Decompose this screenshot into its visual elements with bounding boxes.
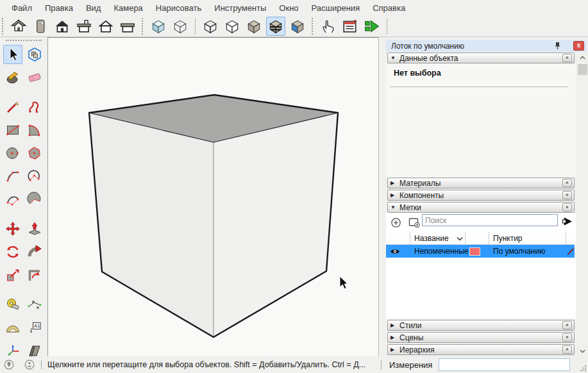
text-tool[interactable]: A1 xyxy=(25,318,44,337)
menu-tools[interactable]: Инструменты xyxy=(208,1,273,15)
back-edges-style-icon[interactable] xyxy=(171,17,190,36)
section-outliner[interactable]: ▶ Иерархия × xyxy=(387,344,575,355)
arc-tool[interactable] xyxy=(3,167,22,186)
protractor-tool[interactable] xyxy=(3,318,22,337)
expand-arrow-icon[interactable]: ▶ xyxy=(391,192,399,198)
run-export-icon[interactable] xyxy=(362,17,382,36)
freehand-tool[interactable] xyxy=(25,97,44,117)
pin-icon[interactable] xyxy=(552,41,562,51)
section-components[interactable]: ▶ Компоненты × xyxy=(387,190,575,201)
section-close-icon[interactable]: × xyxy=(562,179,572,187)
dimension-tool[interactable] xyxy=(25,295,44,314)
menu-view[interactable]: Вид xyxy=(80,1,108,15)
eraser-tool[interactable] xyxy=(25,68,44,87)
scrollbar-thumb[interactable] xyxy=(578,64,587,75)
tag-edit-pencil-icon[interactable] xyxy=(566,245,575,258)
sort-chevron-icon[interactable] xyxy=(457,236,463,241)
right-view-icon[interactable] xyxy=(74,17,94,36)
top-view-icon[interactable] xyxy=(31,17,50,36)
three-point-arc-tool[interactable] xyxy=(3,190,22,209)
menu-window[interactable]: Окно xyxy=(273,1,305,15)
hidden-line-style-icon[interactable] xyxy=(223,17,242,36)
section-close-icon[interactable]: × xyxy=(562,191,572,199)
name-column-header[interactable]: Название xyxy=(410,232,466,245)
visibility-column-header[interactable] xyxy=(386,232,410,245)
paint-bucket-tool[interactable] xyxy=(3,68,22,87)
section-scenes[interactable]: ▶ Сцены × xyxy=(387,332,575,343)
section-tags[interactable]: ▼ Метки × xyxy=(387,202,575,213)
drawing-canvas[interactable] xyxy=(48,37,379,356)
section-entity-info[interactable]: ▼ Данные объекта × xyxy=(387,53,575,63)
shaded-style-icon[interactable] xyxy=(244,17,264,36)
tag-visible-eye-icon[interactable] xyxy=(386,245,410,258)
offset-tool[interactable] xyxy=(25,265,44,285)
monochrome-style-icon[interactable] xyxy=(288,17,307,36)
select-tool[interactable] xyxy=(3,45,22,64)
rotated-rectangle-tool[interactable] xyxy=(25,120,44,140)
dashes-column-header[interactable]: Пунктир xyxy=(489,232,566,245)
back-view-icon[interactable] xyxy=(118,17,137,36)
tags-details-arrow-icon[interactable] xyxy=(561,215,573,228)
menu-extensions[interactable]: Расширения xyxy=(305,1,367,15)
add-tag-folder-icon[interactable] xyxy=(408,217,421,228)
rotate-tool[interactable] xyxy=(3,242,22,261)
credits-icon[interactable] xyxy=(24,360,35,370)
left-view-icon[interactable] xyxy=(96,17,115,36)
toolbar-grip[interactable] xyxy=(142,18,144,35)
menu-draw[interactable]: Нарисовать xyxy=(149,1,208,15)
shaded-with-textures-style-icon[interactable] xyxy=(266,17,285,36)
move-tool[interactable] xyxy=(3,219,22,238)
expand-arrow-icon[interactable]: ▶ xyxy=(391,322,399,328)
resize-grip-icon[interactable] xyxy=(580,365,587,372)
scale-tool[interactable] xyxy=(3,265,22,285)
tray-scrollbar[interactable] xyxy=(577,53,588,356)
section-close-icon[interactable]: × xyxy=(562,203,572,211)
expand-arrow-icon[interactable]: ▶ xyxy=(391,335,399,340)
section-close-icon[interactable]: × xyxy=(562,333,572,342)
tray-close-icon[interactable]: x xyxy=(573,41,584,51)
section-materials[interactable]: ▶ Материалы × xyxy=(387,178,575,188)
tape-measure-tool[interactable] xyxy=(3,295,22,314)
axes-tool[interactable] xyxy=(3,341,22,356)
tag-color-swatch[interactable] xyxy=(469,247,480,256)
section-close-icon[interactable]: × xyxy=(562,345,572,354)
xray-style-icon[interactable] xyxy=(149,17,168,36)
toolbar-grip[interactable] xyxy=(2,18,4,35)
entity-info-window-icon[interactable] xyxy=(340,17,360,36)
palette-grip[interactable] xyxy=(6,40,42,41)
push-pull-tool[interactable] xyxy=(25,219,44,238)
rectangle-tool[interactable] xyxy=(3,120,22,140)
iso-view-icon[interactable] xyxy=(9,17,28,36)
section-close-icon[interactable]: × xyxy=(562,321,572,329)
follow-me-tool[interactable] xyxy=(25,242,44,261)
line-tool[interactable] xyxy=(3,97,22,117)
tag-row-untagged[interactable]: Непомеченные По умолчанию xyxy=(386,245,575,258)
expand-arrow-icon[interactable]: ▶ xyxy=(391,180,399,186)
menu-file[interactable]: Файл xyxy=(5,1,38,15)
tray-title-bar[interactable]: Лоток по умолчанию x xyxy=(386,40,587,52)
expand-arrow-icon[interactable]: ▶ xyxy=(391,347,399,352)
hand-icon[interactable] xyxy=(319,17,338,36)
wireframe-style-icon[interactable] xyxy=(201,17,220,36)
add-tag-icon[interactable] xyxy=(391,217,401,228)
pie-tool[interactable] xyxy=(25,190,44,209)
circle-tool[interactable] xyxy=(3,144,22,163)
make-component-tool[interactable] xyxy=(25,45,44,64)
section-styles[interactable]: ▶ Стили × xyxy=(387,320,575,331)
toolbar-grip[interactable] xyxy=(312,18,314,35)
tags-search-input[interactable] xyxy=(422,214,558,226)
section-plane-tool[interactable] xyxy=(25,341,44,356)
menu-camera[interactable]: Камера xyxy=(107,1,149,15)
two-point-arc-tool[interactable] xyxy=(25,167,44,186)
color-column-header[interactable] xyxy=(466,232,489,245)
scroll-up-icon[interactable] xyxy=(577,53,588,62)
scroll-down-icon[interactable] xyxy=(577,346,588,356)
geolocation-icon[interactable] xyxy=(4,360,14,370)
menu-help[interactable]: Справка xyxy=(366,1,412,15)
collapse-arrow-icon[interactable]: ▼ xyxy=(391,55,399,61)
measurements-input[interactable] xyxy=(439,358,570,371)
section-close-icon[interactable]: × xyxy=(562,54,572,62)
collapse-arrow-icon[interactable]: ▼ xyxy=(391,204,399,210)
menu-edit[interactable]: Правка xyxy=(38,1,80,15)
front-view-icon[interactable] xyxy=(53,17,72,36)
